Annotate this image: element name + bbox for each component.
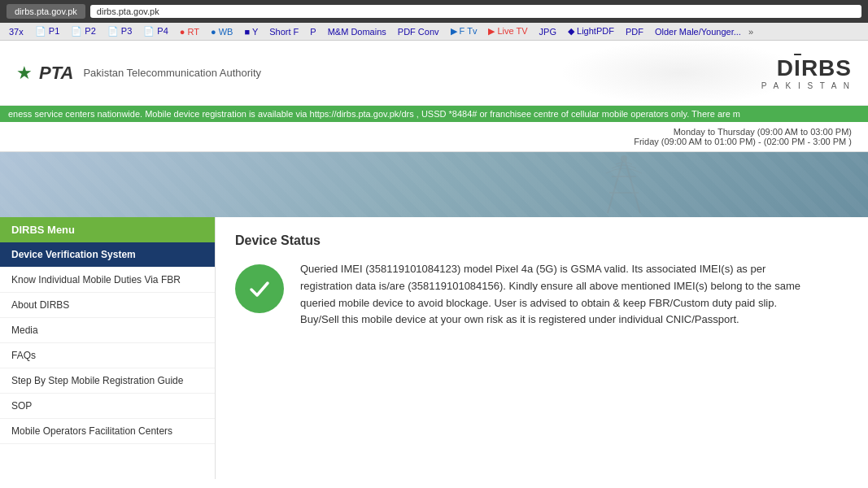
hero-overlay [0,152,868,217]
page: ★ PTA Pakistan Telecommunication Authori… [0,41,868,488]
header-left: ★ PTA Pakistan Telecommunication Authori… [16,63,261,84]
status-text: Queried IMEI (358119101084123) model Pix… [300,261,805,329]
sidebar-item-about-dirbs[interactable]: About DIRBS [0,293,215,318]
bookmark-older[interactable]: Older Male/Younger... [651,26,745,37]
svg-point-4 [621,155,627,162]
bookmark-ftv[interactable]: ▶ F Tv [447,25,482,37]
header-background-decoration [559,41,803,105]
bookmark-pdfconv[interactable]: PDF Conv [394,26,443,37]
sidebar-item-sop[interactable]: SOP [0,394,215,419]
bookmark-p[interactable]: P [306,26,320,37]
header: ★ PTA Pakistan Telecommunication Authori… [0,41,868,106]
content-area: DIRBS Menu Device Verification System Kn… [0,217,868,479]
svg-line-0 [608,156,624,213]
hours-line2: Friday (09:00 AM to 01:00 PM) - (02:00 P… [16,137,852,146]
bookmark-p3[interactable]: 📄 P3 [103,25,137,37]
sidebar-menu-title: DIRBS Menu [0,217,215,242]
address-bar[interactable]: dirbs.pta.gov.pk [90,5,861,18]
sidebar: DIRBS Menu Device Verification System Kn… [0,217,216,479]
bookmark-rt[interactable]: ● RT [176,26,203,37]
hours-banner: Monday to Thursday (09:00 AM to 03:00 PM… [0,122,868,152]
tower-decoration [543,152,705,217]
bookmark-pdf[interactable]: PDF [622,26,648,37]
bookmark-p1[interactable]: 📄 P1 [31,25,64,37]
browser-tab[interactable]: dirbs.pta.gov.pk [7,4,85,19]
ticker-text: eness service centers nationwide. Mobile… [8,109,740,119]
sidebar-item-operators[interactable]: Mobile Operators Facilitation Centers [0,419,215,444]
hours-line1: Monday to Thursday (09:00 AM to 03:00 PM… [16,127,852,137]
sidebar-item-device-verification[interactable]: Device Verification System [0,242,215,268]
svg-line-1 [624,156,640,213]
more-bookmarks-icon[interactable]: » [748,27,753,37]
bookmark-lightpdf[interactable]: ◆ LightPDF [564,25,618,37]
sidebar-item-faqs[interactable]: FAQs [0,343,215,368]
hero-image [0,152,868,217]
bookmark-livetv[interactable]: ▶ Live TV [484,25,531,37]
bookmark-p2[interactable]: 📄 P2 [67,25,100,37]
bookmark-shortf[interactable]: Short F [265,26,303,37]
bookmark-jpg[interactable]: JPG [535,26,560,37]
pta-logo-text: PTA [39,63,73,84]
pta-star-icon: ★ [16,63,33,84]
bookmark-wb[interactable]: ● WB [207,26,237,37]
sidebar-item-media[interactable]: Media [0,318,215,343]
sidebar-item-mobile-duties[interactable]: Know Individual Mobile Duties Via FBR [0,268,215,293]
bookmark-37x[interactable]: 37x [5,26,28,37]
browser-chrome: dirbs.pta.gov.pk dirbs.pta.gov.pk [0,0,868,23]
main-content: Device Status Queried IMEI (358119101084… [216,217,868,479]
device-status-title: Device Status [235,233,848,248]
status-box: Queried IMEI (358119101084123) model Pix… [235,261,848,329]
checkmark-icon [246,276,273,302]
bookmark-y[interactable]: ■ Y [240,26,262,37]
ticker-bar: eness service centers nationwide. Mobile… [0,106,868,122]
bookmarks-bar: 37x 📄 P1 📄 P2 📄 P3 📄 P4 ● RT ● WB ■ Y Sh… [0,23,868,41]
checkmark-circle [235,264,284,313]
pta-fullname: Pakistan Telecommunication Authority [83,67,261,79]
bookmark-p4[interactable]: 📄 P4 [139,25,172,37]
bookmark-mm[interactable]: M&M Domains [324,26,390,37]
pta-logo: ★ PTA [16,63,73,84]
sidebar-item-registration-guide[interactable]: Step By Step Mobile Registration Guide [0,368,215,394]
